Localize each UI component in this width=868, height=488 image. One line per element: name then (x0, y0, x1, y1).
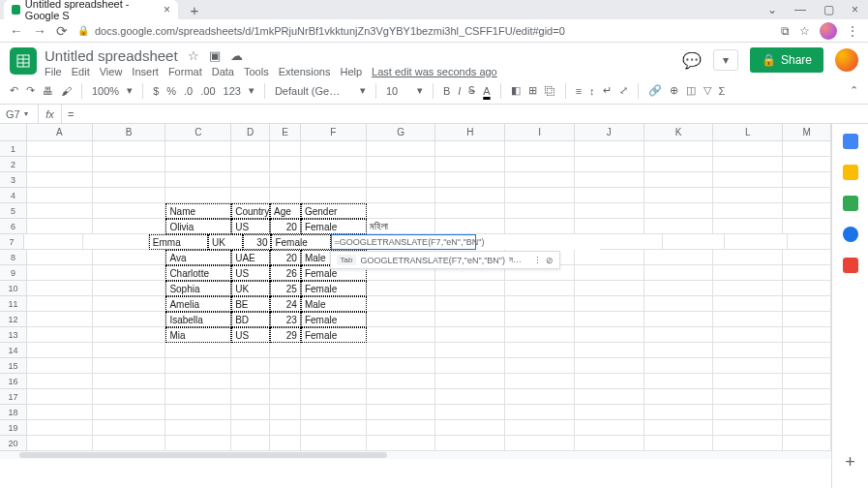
add-addon-icon[interactable]: + (845, 452, 855, 473)
minimize-icon[interactable]: — (794, 3, 806, 16)
row-header[interactable]: 5 (0, 203, 27, 219)
cell[interactable] (367, 281, 436, 296)
cell[interactable] (231, 141, 270, 157)
column-header[interactable]: E (270, 124, 301, 141)
cell[interactable] (783, 250, 831, 265)
cell[interactable] (435, 172, 505, 188)
cell[interactable] (367, 327, 436, 343)
cell[interactable] (644, 219, 714, 234)
cell[interactable] (644, 436, 714, 451)
cell[interactable] (505, 172, 575, 188)
cell[interactable] (505, 405, 575, 420)
forward-icon[interactable]: → (33, 23, 46, 39)
cell[interactable] (367, 405, 436, 420)
cell[interactable] (367, 358, 436, 374)
rotate-icon[interactable]: ⤢ (619, 84, 628, 97)
cell[interactable] (713, 141, 783, 157)
column-header[interactable]: D (231, 124, 270, 141)
back-icon[interactable]: ← (10, 23, 23, 39)
cell[interactable] (270, 436, 301, 451)
column-header[interactable]: A (27, 124, 93, 141)
column-header[interactable]: K (644, 124, 714, 141)
cell[interactable] (505, 281, 575, 296)
close-tab-icon[interactable]: × (164, 3, 170, 16)
cell[interactable] (644, 358, 714, 374)
menu-help[interactable]: Help (340, 66, 362, 77)
cell[interactable] (713, 281, 783, 296)
cell[interactable] (270, 172, 301, 188)
cell[interactable] (24, 234, 83, 250)
cell[interactable] (231, 420, 270, 436)
name-box[interactable]: G7▾ (0, 105, 39, 123)
cell[interactable] (575, 250, 644, 265)
cell[interactable] (231, 172, 270, 188)
cell[interactable] (165, 141, 231, 157)
column-header[interactable]: H (435, 124, 505, 141)
cell[interactable] (713, 389, 783, 405)
cell[interactable] (644, 296, 714, 312)
tasks-icon[interactable] (843, 196, 858, 211)
menu-edit[interactable]: Edit (72, 66, 90, 77)
cell[interactable] (783, 343, 831, 358)
cell[interactable] (575, 405, 644, 420)
increase-decimal-icon[interactable]: .00 (200, 85, 215, 97)
cell[interactable] (301, 188, 367, 203)
borders-icon[interactable]: ⊞ (528, 84, 537, 97)
cell[interactable] (783, 405, 831, 420)
cell[interactable] (27, 343, 93, 358)
menu-view[interactable]: View (100, 66, 123, 77)
cell[interactable] (367, 389, 436, 405)
column-header[interactable]: C (165, 124, 231, 141)
cell[interactable]: BE (231, 296, 270, 312)
cell[interactable] (435, 358, 505, 374)
cell[interactable] (505, 374, 575, 389)
cell[interactable] (663, 234, 725, 250)
cell[interactable] (27, 203, 93, 219)
cell[interactable] (93, 219, 166, 234)
undo-icon[interactable]: ↶ (10, 84, 18, 97)
cell[interactable]: Gender (301, 203, 367, 219)
row-header[interactable]: 2 (0, 157, 27, 172)
cell[interactable] (575, 312, 644, 327)
cell[interactable] (231, 157, 270, 172)
cell[interactable]: US (231, 327, 270, 343)
cell[interactable] (435, 327, 505, 343)
cell[interactable]: US (231, 265, 270, 281)
cell[interactable] (93, 420, 166, 436)
cell[interactable] (644, 327, 714, 343)
cell[interactable] (783, 157, 831, 172)
cell[interactable] (713, 420, 783, 436)
cell[interactable] (783, 188, 831, 203)
cell[interactable] (783, 389, 831, 405)
cell[interactable] (165, 172, 231, 188)
move-icon[interactable]: ▣ (209, 48, 221, 63)
share-url-icon[interactable]: ⧉ (781, 24, 790, 38)
row-header[interactable]: 4 (0, 188, 27, 203)
row-header[interactable]: 11 (0, 296, 27, 312)
cell[interactable] (165, 157, 231, 172)
cell[interactable] (367, 374, 436, 389)
horizontal-scrollbar[interactable] (19, 452, 387, 458)
cell[interactable] (27, 405, 93, 420)
close-suggestion-icon[interactable]: ⊘ (546, 256, 554, 265)
cell[interactable] (367, 203, 436, 219)
spreadsheet-grid[interactable]: ABCDEFGHIJKLM 12345NameCountryAgeGender6… (0, 124, 831, 488)
cell[interactable] (93, 436, 166, 451)
row-header[interactable]: 1 (0, 141, 27, 157)
cell[interactable] (575, 281, 644, 296)
last-edit-link[interactable]: Last edit was seconds ago (372, 66, 497, 77)
cell[interactable] (505, 327, 575, 343)
cell[interactable] (713, 327, 783, 343)
decrease-decimal-icon[interactable]: .0 (184, 85, 193, 97)
cell[interactable] (231, 188, 270, 203)
cell[interactable] (575, 389, 644, 405)
column-header[interactable]: J (575, 124, 644, 141)
cell[interactable] (713, 312, 783, 327)
cell[interactable] (713, 219, 783, 234)
cell[interactable] (435, 219, 505, 234)
cell[interactable] (644, 172, 714, 188)
cell[interactable] (713, 172, 783, 188)
profile-avatar-icon[interactable] (820, 22, 837, 40)
row-header[interactable]: 18 (0, 405, 27, 420)
cell[interactable] (505, 141, 575, 157)
